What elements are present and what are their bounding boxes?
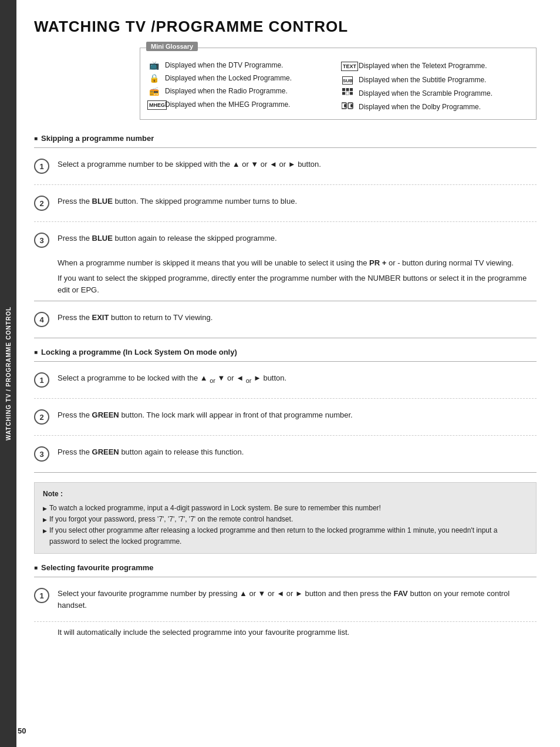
note-box: Note : To watch a locked programme, inpu… xyxy=(34,482,537,554)
skip-step-3-extra-1: When a programme number is skipped it me… xyxy=(58,257,537,269)
skip-step-1: 1 Select a programme number to be skippe… xyxy=(34,153,537,180)
divider-9 xyxy=(34,472,537,473)
lock-step-2-content: Press the GREEN button. The lock mark wi… xyxy=(58,409,537,421)
divider-2 xyxy=(34,184,537,185)
divider-5 xyxy=(34,338,537,338)
glossary-item-scramble: Displayed when the Scramble Programme. xyxy=(341,86,529,100)
svg-rect-1 xyxy=(346,88,349,91)
note-item-2: If you forgot your password, press '7', … xyxy=(43,514,528,525)
radio-icon: 📻 xyxy=(147,86,160,96)
step-number-2: 2 xyxy=(34,196,49,211)
page-title: WATCHING TV /PROGRAMME CONTROL xyxy=(34,18,537,36)
glossary-item-radio: 📻 Displayed when the Radio Programme. xyxy=(147,85,335,97)
skip-step-4-content: Press the EXIT button to return to TV vi… xyxy=(58,312,537,324)
divider-4 xyxy=(34,301,537,301)
note-item-3: If you select other programme after rele… xyxy=(43,525,528,547)
mheg-icon: MHEG xyxy=(147,99,160,110)
glossary-item-subtitle: SUB Displayed when the Subtitle Programm… xyxy=(341,73,529,86)
svg-rect-7 xyxy=(344,104,346,107)
tv-icon: 📺 xyxy=(147,60,160,70)
fav-extra: It will automatically include the select… xyxy=(58,627,537,638)
svg-rect-9 xyxy=(350,104,353,107)
skip-step-3-extra-2: If you want to select the skipped progra… xyxy=(58,272,537,296)
note-title: Note : xyxy=(43,489,528,500)
fav-step-number-1: 1 xyxy=(34,588,49,603)
divider-6 xyxy=(34,361,537,362)
svg-rect-0 xyxy=(342,88,345,91)
glossary-item-dolby: Displayed when the Dolby Programme. xyxy=(341,100,529,113)
page-number: 50 xyxy=(18,726,26,735)
divider-7 xyxy=(34,398,537,399)
lock-step-number-2: 2 xyxy=(34,409,49,425)
lock-step-3-content: Press the GREEN button again to release … xyxy=(58,446,537,458)
lock-step-1: 1 Select a programme to be locked with t… xyxy=(34,366,537,393)
section-lock-header: Locking a programme (In Lock System On m… xyxy=(34,348,537,356)
skip-step-3-content: Press the BLUE button again to release t… xyxy=(58,233,537,244)
glossary-item-teletext: TEXT Displayed when the Teletext Program… xyxy=(341,59,529,73)
dolby-icon xyxy=(341,102,354,112)
glossary-box: Mini Glossary 📺 Displayed when the DTV P… xyxy=(140,48,537,120)
divider-3 xyxy=(34,221,537,222)
section-fav-header: Selecting favourite programme xyxy=(34,563,537,572)
skip-step-2: 2 Press the BLUE button. The skipped pro… xyxy=(34,190,537,217)
glossary-item-mheg: MHEG Displayed when the MHEG Programme. xyxy=(147,97,335,112)
scramble-icon xyxy=(341,88,354,98)
svg-rect-5 xyxy=(350,92,353,95)
divider-11 xyxy=(34,621,537,622)
lock-step-number-1: 1 xyxy=(34,372,49,388)
glossary-title: Mini Glossary xyxy=(146,42,198,51)
fav-step-1: 1 Select your favourite programme number… xyxy=(34,582,537,617)
lock-step-3: 3 Press the GREEN button again to releas… xyxy=(34,440,537,467)
section-skip-header: Skipping a programme number xyxy=(34,134,537,143)
step-number-1: 1 xyxy=(34,159,49,174)
glossary-item-locked: 🔒 Displayed when the Locked Programme. xyxy=(147,72,335,85)
lock-step-2: 2 Press the GREEN button. The lock mark … xyxy=(34,403,537,430)
step-number-3: 3 xyxy=(34,233,49,248)
glossary-item-dtv: 📺 Displayed when the DTV Programme. xyxy=(147,59,335,72)
svg-rect-2 xyxy=(350,88,353,91)
skip-step-2-content: Press the BLUE button. The skipped progr… xyxy=(58,196,537,207)
teletext-icon: TEXT xyxy=(341,60,354,71)
skip-step-4: 4 Press the EXIT button to return to TV … xyxy=(34,306,537,333)
subtitle-icon: SUB xyxy=(341,75,354,85)
svg-rect-3 xyxy=(342,92,345,95)
lock-step-1-content: Select a programme to be locked with the… xyxy=(58,372,537,385)
fav-step-1-content: Select your favourite programme number b… xyxy=(58,588,537,611)
svg-rect-4 xyxy=(346,92,349,95)
lock-step-number-3: 3 xyxy=(34,446,49,462)
divider-10 xyxy=(34,577,537,577)
lock-icon: 🔒 xyxy=(147,73,160,83)
skip-step-3: 3 Press the BLUE button again to release… xyxy=(34,227,537,254)
note-item-1: To watch a locked programme, input a 4-d… xyxy=(43,503,528,514)
divider-8 xyxy=(34,435,537,436)
divider-1 xyxy=(34,147,537,148)
side-tab-label: WATCHING TV / PROGRAMME CONTROL xyxy=(0,0,16,747)
step-number-4: 4 xyxy=(34,312,49,327)
skip-step-1-content: Select a programme number to be skipped … xyxy=(58,159,537,170)
